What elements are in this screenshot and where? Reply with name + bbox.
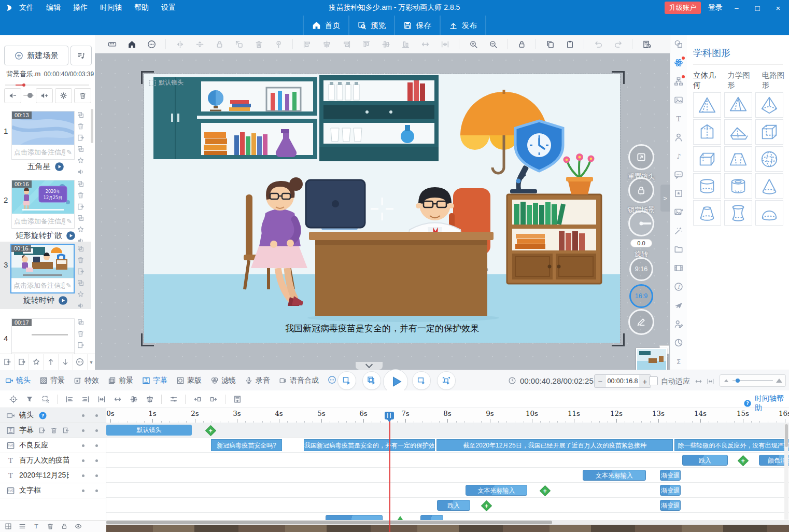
quick-home-button[interactable]: 首页 [304, 16, 349, 35]
stage[interactable]: 默认镜头 我国新冠病毒疫苗是安全的，并有一定的保护效果 [144, 74, 620, 343]
rail-film-button[interactable] [674, 263, 683, 275]
timeline-track-area[interactable]: 默认镜头+新冠病毒疫苗安全吗?我国新冠病毒疫苗是安全的，并有一定的保护效果截至2… [106, 423, 789, 520]
menu-5[interactable]: 设置 [161, 3, 176, 12]
layer-tab-camera[interactable]: 镜头 [5, 376, 31, 385]
shapes-tab-1[interactable]: 力学图形 [727, 71, 754, 90]
shape-hollow-cylinder[interactable] [724, 173, 752, 199]
play-scene-icon[interactable] [54, 162, 64, 172]
scene-item-1[interactable]: 1 00:13 点击添加备注信息✎ 五角星 [0, 108, 91, 175]
volume-up-button[interactable] [36, 88, 53, 103]
scene-note-placeholder[interactable]: 点击添加备注信息✎ [12, 214, 74, 228]
rail-note-button[interactable]: ♪ [674, 151, 683, 163]
toolbar-undo-button[interactable] [588, 40, 608, 49]
edit-scene-button[interactable] [626, 309, 656, 335]
volume-slider[interactable] [23, 95, 34, 96]
rail-person-button[interactable] [674, 133, 683, 144]
track-row-4[interactable]: T 2020年12月25日 [0, 468, 106, 483]
rail-fcircle-button[interactable]: f [674, 282, 683, 293]
toolbar-morec-button[interactable] [142, 40, 161, 49]
footer-lock-button[interactable] [61, 523, 68, 530]
more-scene-actions-button[interactable] [73, 354, 88, 370]
timeline-bar[interactable]: 除一些轻微的不良反应外，没有出现严重 [674, 439, 789, 451]
toolbar-zoomout-button[interactable] [483, 40, 503, 49]
rail-picplus-button[interactable] [674, 207, 683, 219]
export-scenes-button[interactable] [15, 354, 29, 370]
track-trash-button[interactable] [50, 427, 58, 434]
rail-sigma-button[interactable]: Σ [674, 357, 683, 368]
shape-cylinder[interactable] [693, 173, 721, 199]
track-row-3[interactable]: T 百万人次的疫苗 紧急 [0, 453, 106, 468]
volume-down-button[interactable] [4, 88, 21, 103]
copy-scene-icon[interactable] [77, 245, 84, 253]
rail-atom-button[interactable] [674, 58, 683, 69]
import-scene-button[interactable] [0, 354, 15, 370]
delete-music-button[interactable] [74, 88, 91, 103]
layer-tab-bg[interactable]: 背景 [39, 376, 65, 385]
timeline-bar[interactable]: 文本光标输入 [466, 485, 527, 496]
toolbar-flipv-button[interactable] [190, 40, 209, 49]
move-scene-down-button[interactable] [59, 354, 73, 370]
duplicate-scene-icon[interactable] [77, 214, 84, 222]
timeline-help-button[interactable]: ? 时间轴帮助 [743, 394, 789, 413]
export-scene-icon[interactable] [77, 134, 84, 142]
delete-scene-icon[interactable] [77, 256, 84, 264]
tl-fitW-button[interactable] [109, 395, 125, 403]
fit-ruler-b-button[interactable] [707, 377, 714, 385]
timeline-bar[interactable]: 渐变退 [660, 470, 681, 481]
rail-personedit-button[interactable] [674, 319, 683, 331]
toolbar-objB-button[interactable] [396, 40, 415, 49]
login-button[interactable]: 登录 [708, 3, 723, 12]
lock-scene-button[interactable]: 锁定场景 [626, 177, 656, 215]
toolbar-objT-button[interactable] [356, 40, 376, 49]
layer-tab-filter[interactable]: 滤镜 [210, 376, 236, 385]
toolbar-pin-button[interactable] [269, 40, 288, 49]
ratio-16-9-button[interactable]: 16:9 [626, 284, 656, 308]
rail-plane-button[interactable] [674, 301, 683, 312]
rail-bubble-button[interactable] [674, 170, 683, 181]
layer-tab-voice[interactable]: 语音合成 [279, 376, 319, 385]
play-scene-icon[interactable] [66, 231, 76, 241]
shape-square-pyramid[interactable] [755, 92, 783, 118]
toolbar-zoomin-button[interactable] [463, 40, 483, 49]
toolbar-fliph-button[interactable] [170, 40, 190, 49]
tl-objCH-button[interactable] [125, 395, 142, 403]
layer-tabs-more-button[interactable] [328, 375, 336, 386]
minimize-button[interactable]: − [730, 4, 743, 12]
tl-bookmark-button[interactable] [229, 395, 245, 403]
tl-adjust-button[interactable] [165, 395, 181, 403]
delete-scene-icon[interactable] [77, 122, 84, 130]
play-all-scenes-button[interactable] [337, 371, 356, 390]
track-row-2[interactable]: SVG 不良反应 [0, 438, 106, 453]
scene-note-placeholder[interactable]: 点击添加备注信息✎ [12, 145, 74, 159]
vscroll-thumb[interactable] [785, 424, 788, 447]
timeline-bar[interactable]: 跌入 [682, 455, 728, 466]
toolbar-lock-button[interactable] [209, 40, 229, 49]
music-settings-button[interactable] [55, 88, 72, 103]
scene-note-placeholder[interactable]: 点击添加备注信息✎ [11, 278, 74, 292]
zoom-slider-thumb[interactable] [736, 379, 740, 383]
scene-thumbnail[interactable]: 00:13 点击添加备注信息✎ [11, 111, 75, 160]
footer-list-button[interactable] [19, 523, 26, 530]
stage-corner-tl[interactable] [141, 71, 154, 84]
upgrade-account-button[interactable]: 升级账户 [665, 2, 701, 14]
toolbar-send-button[interactable] [229, 40, 249, 49]
track-row-5[interactable]: SVG 文字框 [0, 483, 106, 498]
tl-clearsel-button[interactable] [37, 395, 53, 403]
tl-objCV-button[interactable] [142, 395, 158, 403]
timeline-bar[interactable]: 默认镜头 [106, 425, 192, 436]
shape-paraboloid[interactable] [755, 200, 783, 226]
playhead-handle[interactable] [385, 412, 394, 419]
copy-scene-icon[interactable] [77, 111, 84, 119]
scene-thumbnail[interactable]: 2020年12月25日00:16 点击添加备注信息✎ [11, 180, 75, 229]
toolbar-copy-button[interactable] [540, 40, 560, 49]
shape-hyperboloid[interactable] [724, 200, 752, 226]
tl-indentR-button[interactable] [77, 395, 93, 403]
tl-indentL-button[interactable] [61, 395, 77, 403]
toolbar-home-button[interactable] [122, 40, 142, 49]
hscroll-thumb[interactable] [106, 521, 552, 524]
shape-truncated-cone[interactable] [693, 200, 721, 226]
quick-publish-button[interactable]: 发布 [441, 16, 486, 35]
timeline-zoom-slider[interactable] [720, 374, 786, 387]
rail-folder-button[interactable] [674, 245, 683, 256]
shape-cuboid[interactable] [693, 146, 721, 172]
